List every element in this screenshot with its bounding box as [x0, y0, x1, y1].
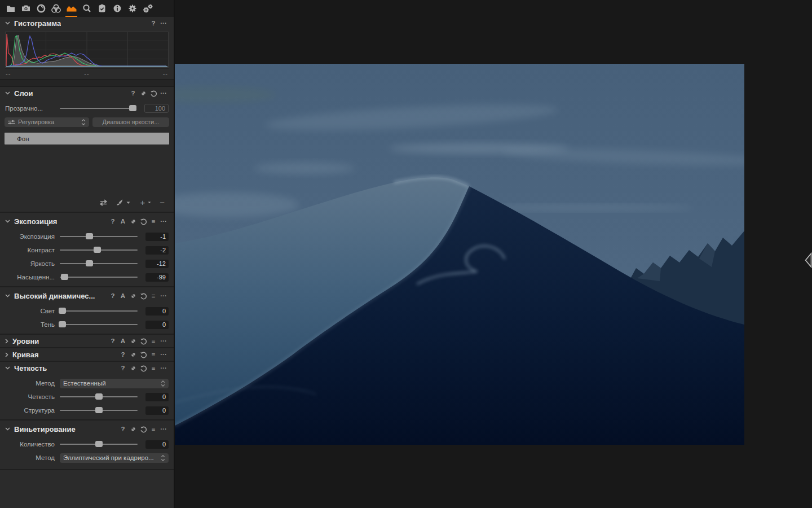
panel-title[interactable]: Виньетирование — [14, 425, 76, 433]
tab-lens[interactable] — [33, 0, 48, 17]
preset-menu-icon[interactable]: ≡ — [148, 424, 158, 434]
chevron-down-icon[interactable] — [5, 294, 10, 297]
help-icon[interactable]: ? — [108, 216, 118, 226]
slider-value[interactable]: 0 — [145, 406, 169, 415]
tab-library[interactable] — [3, 0, 18, 17]
tab-exposure[interactable] — [64, 0, 79, 17]
preset-menu-icon[interactable]: ≡ — [148, 336, 158, 346]
slider-track[interactable] — [60, 108, 136, 109]
tab-output[interactable] — [125, 0, 140, 17]
chevron-down-icon[interactable] — [5, 427, 10, 431]
vignette-method-dropdown[interactable]: Эллиптический при кадриро... — [60, 453, 169, 463]
preset-menu-icon[interactable]: ≡ — [148, 349, 158, 360]
help-icon[interactable]: ? — [118, 349, 128, 360]
help-icon[interactable]: ? — [108, 336, 118, 346]
brightness-slider[interactable] — [60, 260, 138, 268]
more-options-icon[interactable]: ··· — [158, 291, 169, 301]
swap-layers-icon[interactable] — [99, 199, 108, 206]
copy-apply-icon[interactable] — [138, 90, 148, 97]
preset-menu-icon[interactable]: ≡ — [148, 216, 158, 226]
saturation-slider[interactable] — [60, 273, 138, 281]
reset-icon[interactable] — [148, 90, 158, 97]
slider-thumb[interactable] — [86, 233, 93, 239]
reset-icon[interactable] — [138, 426, 148, 433]
slider-value[interactable]: 0 — [145, 393, 169, 401]
preset-menu-icon[interactable]: ≡ — [148, 363, 158, 373]
more-options-icon[interactable]: ··· — [158, 88, 169, 98]
preset-menu-icon[interactable]: ≡ — [148, 291, 158, 301]
tab-metadata[interactable] — [109, 0, 125, 17]
panel-title[interactable]: Слои — [14, 89, 33, 98]
slider-value[interactable]: -99 — [145, 273, 169, 282]
collapse-panel-arrow[interactable] — [804, 252, 812, 268]
copy-apply-icon[interactable] — [128, 351, 138, 358]
slider-thumb[interactable] — [95, 441, 103, 447]
tab-adjustments[interactable] — [94, 0, 109, 17]
copy-apply-icon[interactable] — [128, 365, 138, 372]
copy-apply-icon[interactable] — [128, 426, 138, 433]
brush-tool-icon[interactable] — [116, 199, 123, 207]
help-icon[interactable]: ? — [118, 424, 128, 434]
shadow-slider[interactable] — [60, 321, 138, 329]
luma-range-button[interactable]: Диапазон яркости... — [92, 117, 169, 127]
slider-thumb[interactable] — [61, 274, 68, 280]
chevron-right-icon[interactable] — [5, 352, 8, 357]
layer-mode-dropdown[interactable]: Регулировка — [5, 117, 89, 127]
slider-thumb[interactable] — [129, 105, 136, 111]
reset-icon[interactable] — [138, 351, 148, 358]
more-options-icon[interactable]: ··· — [158, 424, 169, 434]
more-options-icon[interactable]: ··· — [158, 363, 169, 373]
help-icon[interactable]: ? — [118, 363, 128, 373]
auto-adjust-icon[interactable]: A — [118, 336, 128, 346]
opacity-value[interactable]: 100 — [144, 104, 169, 113]
slider-thumb[interactable] — [86, 260, 93, 266]
slider-value[interactable]: 0 — [145, 321, 169, 329]
auto-adjust-icon[interactable]: A — [118, 291, 128, 301]
panel-title[interactable]: Четкость — [14, 364, 47, 373]
chevron-right-icon[interactable] — [5, 339, 8, 344]
slider-thumb[interactable] — [59, 308, 66, 314]
panel-title[interactable]: Кривая — [12, 351, 39, 359]
tab-details[interactable] — [79, 0, 94, 17]
auto-adjust-icon[interactable]: A — [118, 216, 128, 226]
layer-row-background[interactable]: Фон — [5, 133, 169, 144]
add-layer-icon[interactable]: + — [140, 199, 145, 207]
panel-title[interactable]: Высокий динамичес... — [14, 292, 95, 300]
panel-title[interactable]: Экспозиция — [14, 217, 57, 226]
reset-icon[interactable] — [138, 338, 148, 345]
slider-value[interactable]: -2 — [145, 246, 169, 255]
slider-thumb[interactable] — [59, 321, 66, 327]
clarity-slider[interactable] — [60, 393, 138, 401]
caret-down-icon[interactable] — [148, 202, 151, 204]
reset-icon[interactable] — [138, 365, 148, 372]
tab-color[interactable] — [48, 0, 64, 17]
opacity-slider[interactable] — [60, 104, 136, 112]
caret-down-icon[interactable] — [126, 202, 130, 204]
slider-value[interactable]: 0 — [145, 440, 169, 449]
tab-capture[interactable] — [18, 0, 33, 17]
chevron-down-icon[interactable] — [5, 220, 10, 223]
slider-thumb[interactable] — [94, 247, 101, 253]
structure-slider[interactable] — [60, 406, 138, 414]
slider-thumb[interactable] — [95, 407, 103, 413]
reset-icon[interactable] — [138, 218, 148, 225]
panel-title[interactable]: Уровни — [12, 337, 39, 345]
help-icon[interactable]: ? — [148, 18, 158, 28]
exposure-slider[interactable] — [60, 233, 138, 240]
copy-apply-icon[interactable] — [128, 292, 138, 300]
chevron-down-icon[interactable] — [5, 366, 10, 370]
slider-value[interactable]: -12 — [145, 260, 169, 268]
tab-process[interactable] — [140, 0, 155, 17]
slider-thumb[interactable] — [95, 393, 103, 400]
more-options-icon[interactable]: ··· — [158, 18, 169, 28]
slider-value[interactable]: 0 — [145, 307, 169, 316]
vignette-amount-slider[interactable] — [60, 440, 138, 448]
copy-apply-icon[interactable] — [128, 218, 138, 225]
reset-icon[interactable] — [138, 292, 148, 300]
chevron-down-icon[interactable] — [5, 21, 10, 25]
clarity-method-dropdown[interactable]: Естественный — [60, 379, 169, 388]
contrast-slider[interactable] — [60, 246, 138, 254]
highlight-slider[interactable] — [60, 307, 138, 315]
help-icon[interactable]: ? — [128, 88, 138, 98]
slider-value[interactable]: -1 — [145, 233, 169, 241]
